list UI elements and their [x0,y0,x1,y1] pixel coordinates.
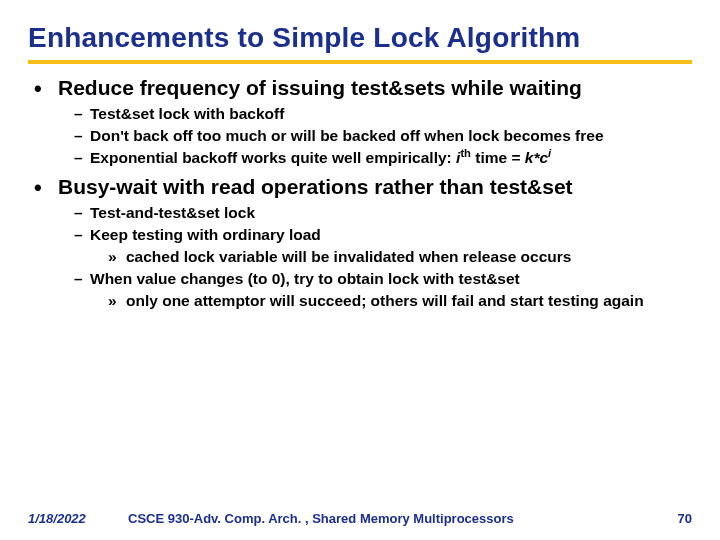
text: Exponential backoff works quite well emp… [90,149,456,166]
text: time = [471,149,525,166]
footer: 1/18/2022 CSCE 930-Adv. Comp. Arch. , Sh… [0,511,720,526]
slide: Enhancements to Simple Lock Algorithm Re… [0,0,720,540]
bullet-2-sub-3: When value changes (to 0), try to obtain… [74,270,692,289]
superscript-th: th [460,146,471,158]
bullet-2-sub-1: Test-and-test&set lock [74,204,692,223]
bullet-2-sub-2: Keep testing with ordinary load [74,226,692,245]
bullet-2-sub-2-detail-1: cached lock variable will be invalidated… [108,248,692,267]
var-kc: k*c [525,149,548,166]
title-underline [28,60,692,64]
bullet-1-sub-3: Exponential backoff works quite well emp… [74,149,692,168]
bullet-1: Reduce frequency of issuing test&sets wh… [32,76,692,101]
footer-page-number: 70 [652,511,692,526]
slide-body: Reduce frequency of issuing test&sets wh… [28,76,692,311]
slide-title: Enhancements to Simple Lock Algorithm [28,22,692,54]
footer-course: CSCE 930-Adv. Comp. Arch. , Shared Memor… [128,511,652,526]
bullet-1-sub-1: Test&set lock with backoff [74,105,692,124]
bullet-2-sub-3-detail-1: only one attemptor will succeed; others … [108,292,692,311]
bullet-2: Busy-wait with read operations rather th… [32,175,692,200]
superscript-i: i [548,146,551,158]
footer-date: 1/18/2022 [28,511,128,526]
bullet-1-sub-2: Don't back off too much or will be backe… [74,127,692,146]
